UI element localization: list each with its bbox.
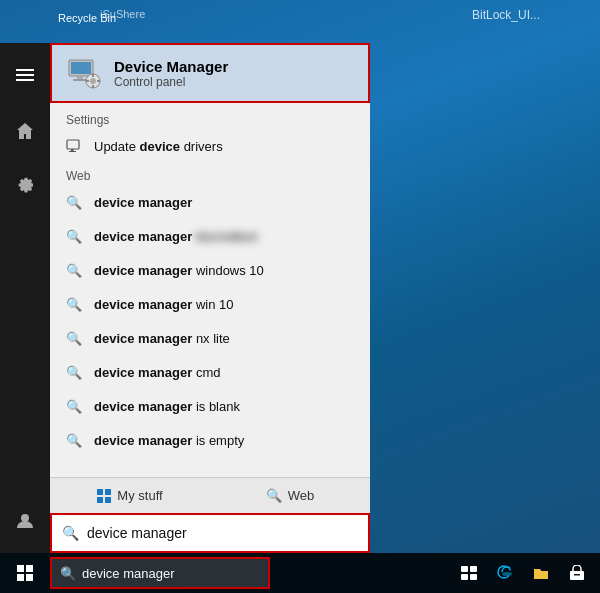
update-device-drivers-text: Update device drivers [94, 139, 223, 154]
taskbar-search-text: device manager [82, 566, 175, 581]
search-icon-3: 🔍 [62, 258, 86, 282]
top-result-item[interactable]: Device Manager Control panel [50, 43, 370, 103]
task-view-icon[interactable] [454, 558, 484, 588]
user-icon[interactable] [5, 505, 45, 545]
search-item-4[interactable]: 🔍 device manager win 10 [50, 287, 370, 321]
windows-tab-icon [97, 489, 111, 503]
svg-rect-9 [86, 80, 89, 82]
svg-rect-2 [71, 62, 91, 74]
search-bar-icon: 🔍 [62, 525, 79, 541]
top-result-subtitle: Control panel [114, 75, 228, 89]
search-bar[interactable]: 🔍 device manager [50, 513, 370, 553]
svg-rect-12 [71, 149, 74, 151]
search-icon-2: 🔍 [62, 224, 86, 248]
start-menu-sidebar [0, 43, 50, 553]
hamburger-menu-icon[interactable] [5, 55, 45, 95]
svg-rect-8 [92, 85, 94, 88]
search-icon-8: 🔍 [62, 428, 86, 452]
search-icon-7: 🔍 [62, 394, 86, 418]
taskbar-search-icon: 🔍 [60, 566, 76, 581]
store-icon[interactable] [562, 558, 592, 588]
svg-rect-13 [69, 151, 76, 152]
search-bar-text: device manager [87, 525, 358, 541]
search-item-6-text: device manager cmd [94, 365, 220, 380]
svg-point-18 [502, 572, 512, 576]
edge-browser-icon[interactable] [490, 558, 520, 588]
windows-logo-icon [17, 565, 33, 581]
search-item-1[interactable]: 🔍 device manager [50, 185, 370, 219]
svg-rect-11 [67, 140, 79, 149]
desktop-label-isushere: iSuShere [100, 8, 145, 20]
search-item-3[interactable]: 🔍 device manager windows 10 [50, 253, 370, 287]
search-item-7[interactable]: 🔍 device manager is blank [50, 389, 370, 423]
search-icon-6: 🔍 [62, 360, 86, 384]
search-item-8-text: device manager is empty [94, 433, 244, 448]
settings-item-icon [62, 134, 86, 158]
svg-rect-15 [470, 566, 477, 572]
svg-rect-10 [97, 80, 100, 82]
device-manager-app-icon [64, 53, 104, 93]
svg-rect-3 [77, 76, 83, 79]
file-explorer-icon[interactable] [526, 558, 556, 588]
web-tab[interactable]: 🔍 Web [210, 478, 370, 513]
home-icon[interactable] [5, 111, 45, 151]
settings-icon[interactable] [5, 163, 45, 203]
svg-rect-4 [73, 79, 87, 81]
search-item-3-text: device manager windows 10 [94, 263, 264, 278]
start-button[interactable] [0, 553, 50, 593]
settings-section-header: Settings [50, 107, 370, 129]
search-item-4-text: device manager win 10 [94, 297, 233, 312]
search-item-5[interactable]: 🔍 device manager nx lite [50, 321, 370, 355]
svg-rect-7 [92, 74, 94, 77]
search-item-2-text: device manager blurredtext [94, 229, 257, 244]
menu-content: Settings Update device drivers Web 🔍 dev… [50, 103, 370, 477]
search-item-6[interactable]: 🔍 device manager cmd [50, 355, 370, 389]
svg-rect-16 [461, 574, 468, 580]
search-tab-icon: 🔍 [266, 488, 282, 503]
search-icon-1: 🔍 [62, 190, 86, 214]
taskbar: 🔍 device manager [0, 553, 600, 593]
top-result-title: Device Manager [114, 58, 228, 75]
search-item-5-text: device manager nx lite [94, 331, 230, 346]
panel-tabs: My stuff 🔍 Web [50, 477, 370, 513]
svg-rect-17 [470, 574, 477, 580]
search-item-8[interactable]: 🔍 device manager is empty [50, 423, 370, 457]
top-result-text: Device Manager Control panel [114, 58, 228, 89]
taskbar-search-box[interactable]: 🔍 device manager [50, 557, 270, 589]
my-stuff-tab[interactable]: My stuff [50, 478, 210, 513]
search-item-1-text: device manager [94, 195, 192, 210]
web-tab-label: Web [288, 488, 315, 503]
search-icon-5: 🔍 [62, 326, 86, 350]
search-item-7-text: device manager is blank [94, 399, 240, 414]
update-device-drivers-item[interactable]: Update device drivers [50, 129, 370, 163]
desktop-top-right-label: BitLock_UI... [472, 8, 540, 22]
start-menu-panel: Device Manager Control panel Settings Up… [50, 43, 370, 553]
svg-rect-20 [574, 574, 580, 576]
search-item-2[interactable]: 🔍 device manager blurredtext [50, 219, 370, 253]
my-stuff-label: My stuff [117, 488, 162, 503]
search-icon-4: 🔍 [62, 292, 86, 316]
svg-point-6 [90, 78, 96, 84]
web-section-header: Web [50, 163, 370, 185]
svg-rect-14 [461, 566, 468, 572]
svg-point-0 [21, 514, 29, 522]
taskbar-right-icons [454, 558, 600, 588]
